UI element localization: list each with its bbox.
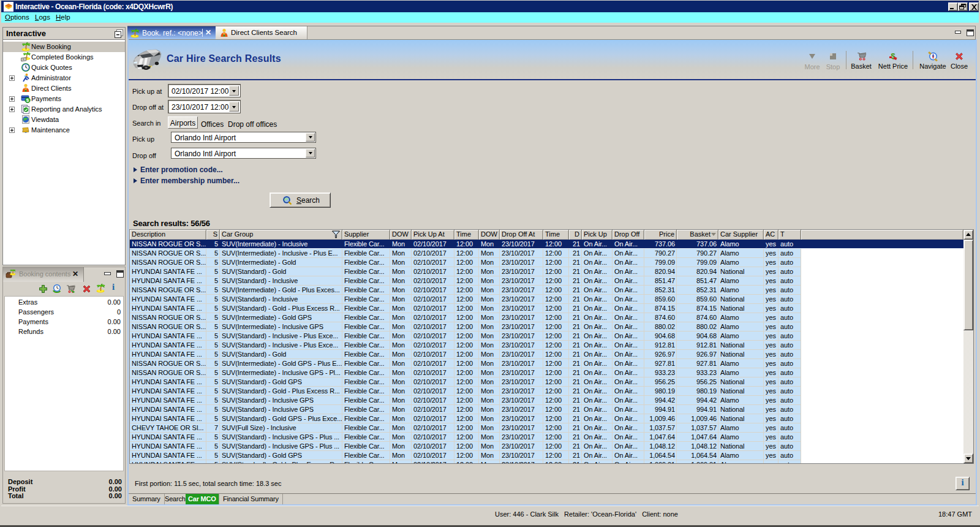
svg-text:$: $ xyxy=(26,97,29,103)
